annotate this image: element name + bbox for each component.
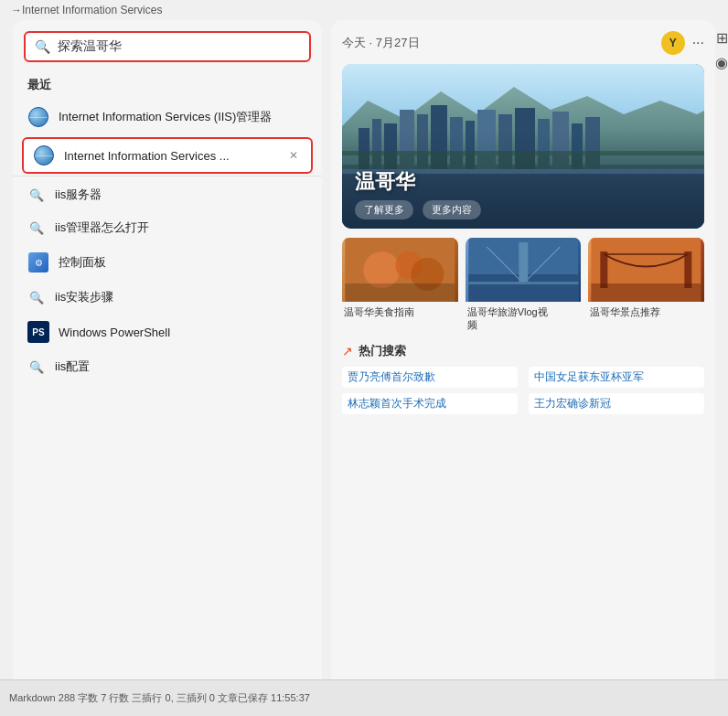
recent-item-label-iis-selected: Internet Information Services ... [64,149,276,163]
small-news-spots[interactable]: 温哥华景点推荐 [588,238,704,332]
small-news-food-image [342,238,458,302]
top-hint-text: →Internet Information Services [11,4,162,16]
taskbar-status-text: Markdown 288 字数 7 行数 三插行 0, 三插列 0 文章已保存 … [9,691,310,705]
suspension-svg [588,238,704,302]
search-small-icon-2: 🔍 [27,219,46,237]
small-news-food[interactable]: 温哥华美食指南 [342,238,458,332]
cp-icon-graphic: ⚙ [28,252,48,273]
suggestion-text-control-panel: 控制面板 [59,254,106,271]
main-news-card[interactable]: 温哥华 了解更多 更多内容 [342,64,704,229]
close-recent-item-button[interactable]: ✕ [285,147,302,164]
news-date: 今天 · 7月27日 [342,35,420,51]
iis-icon [27,106,49,128]
recent-item-iis-selected[interactable]: Internet Information Services ... ✕ [22,137,313,174]
iis-selected-icon [33,144,55,166]
search-box[interactable]: 🔍 探索温哥华 [24,31,311,62]
hot-tag-2[interactable]: 中国女足获东亚杯亚军 [529,367,704,388]
hot-tag-1[interactable]: 贾乃亮傅首尔致歉 [342,367,518,388]
svg-rect-35 [592,283,701,302]
search-panel: 🔍 探索温哥华 最近 Internet Information Services… [13,20,322,679]
search-small-icon-3: 🔍 [27,288,46,306]
svg-rect-24 [345,283,455,302]
svg-rect-30 [468,282,578,284]
small-news-grid: 温哥华美食指南 温哥华旅游Vlog视频 [342,238,704,332]
hot-tags-grid: 贾乃亮傅首尔致歉 中国女足获东亚杯亚军 林志颖首次手术完成 王力宏确诊新冠 [342,367,704,414]
suggestion-text-iis-install: iis安装步骤 [55,289,113,305]
search-small-icon-1: 🔍 [27,186,46,204]
search-box-container: 🔍 探索温哥华 [13,20,322,69]
svg-rect-33 [685,251,692,288]
news-actions: 了解更多 更多内容 [355,200,481,219]
recent-section-label: 最近 [13,69,322,99]
trending-icon: ↗ [342,344,353,358]
hot-tag-4[interactable]: 王力宏确诊新冠 [529,393,704,414]
top-hint-bar: →Internet Information Services [0,0,728,20]
news-learn-more-button[interactable]: 了解更多 [355,200,413,219]
small-news-food-caption: 温哥华美食指南 [342,302,458,318]
news-more-content-button[interactable]: 更多内容 [423,200,481,219]
eye-icon[interactable]: ◉ [715,54,728,71]
suggestion-iis-install[interactable]: 🔍 iis安装步骤 [13,281,322,314]
hot-search-title: 热门搜索 [359,343,406,359]
search-icon: 🔍 [35,39,50,54]
small-news-vlog[interactable]: 温哥华旅游Vlog视频 [466,238,582,332]
control-panel-icon: ⚙ [27,251,49,273]
suggestion-iis-server[interactable]: 🔍 iis服务器 [13,178,322,211]
svg-rect-29 [519,242,528,283]
divider-1 [13,176,322,176]
main-news-title: 温哥华 [355,168,415,196]
suggestion-text-iis-server: iis服务器 [55,187,102,203]
news-panel: 今天 · 7月27日 Y ··· [331,20,715,679]
suggestion-text-iis-manager-open: iis管理器怎么打开 [55,219,149,236]
news-header-right: Y ··· [661,31,704,55]
more-options-button[interactable]: ··· [692,35,704,51]
suggestion-text-powershell: Windows PowerShell [59,326,170,339]
small-news-vlog-caption: 温哥华旅游Vlog视频 [466,302,582,332]
suggestion-iis-manager-open[interactable]: 🔍 iis管理器怎么打开 [13,211,322,244]
suggestion-text-iis-config: iis配置 [55,358,90,375]
small-news-spots-image [588,238,704,302]
recent-item-label-iis-manager: Internet Information Services (IIS)管理器 [59,109,307,125]
search-input-value[interactable]: 探索温哥华 [58,38,300,55]
small-news-vlog-image [466,238,582,302]
search-small-icon-4: 🔍 [27,358,46,376]
powershell-icon: PS [27,321,49,343]
top-right-icons: ⊞ ◉ [715,20,728,71]
taskbar: Markdown 288 字数 7 行数 三插行 0, 三插列 0 文章已保存 … [0,679,728,716]
small-news-spots-caption: 温哥华景点推荐 [588,302,704,318]
ps-icon-graphic: PS [27,321,49,343]
bridge-svg [466,238,582,302]
suggestion-powershell[interactable]: PS Windows PowerShell [13,314,322,350]
hot-tag-3[interactable]: 林志颖首次手术完成 [342,393,518,414]
hot-search-header: ↗ 热门搜索 [342,343,704,359]
hot-search-section: ↗ 热门搜索 贾乃亮傅首尔致歉 中国女足获东亚杯亚军 林志颖首次手术完成 王力宏… [342,343,704,414]
svg-rect-32 [601,251,608,288]
food-svg [342,238,458,302]
suggestion-control-panel[interactable]: ⚙ 控制面板 [13,244,322,281]
grid-icon[interactable]: ⊞ [716,29,728,47]
svg-point-21 [363,251,400,288]
suggestion-iis-config[interactable]: 🔍 iis配置 [13,350,322,383]
recent-item-iis-manager[interactable]: Internet Information Services (IIS)管理器 [13,99,322,135]
news-header: 今天 · 7月27日 Y ··· [342,31,704,55]
user-avatar[interactable]: Y [661,31,685,55]
